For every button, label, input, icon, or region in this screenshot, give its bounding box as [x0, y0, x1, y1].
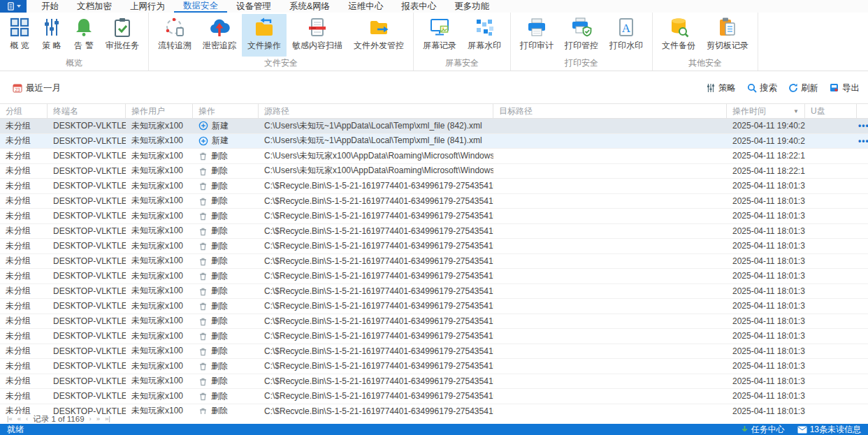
ribbon-button-alert-bell[interactable]: 告 警 [68, 14, 100, 57]
ribbon-group-label: 屏幕安全 [416, 57, 508, 71]
ribbon-button-file-operations[interactable]: 文件操作 [242, 14, 287, 57]
ribbon-button-file-outgoing[interactable]: 文件外发管控 [348, 14, 410, 57]
ribbon-button-file-backup[interactable]: 文件备份 [656, 14, 701, 57]
tab-8[interactable]: 报表中心 [392, 0, 445, 13]
toolbar-action-search[interactable]: 搜索 [747, 82, 777, 94]
ribbon-button-screen-watermark[interactable]: 屏幕水印 [462, 14, 507, 57]
table-row[interactable]: 未分组DESKTOP-VLKTLE1未知玩家x100新建C:\Users\未知玩… [0, 119, 868, 134]
column-header-6[interactable]: 目标路径 [493, 104, 727, 118]
ribbon-button-approval-tasks[interactable]: 审批任务 [100, 14, 145, 57]
ribbon-button-label: 文件操作 [247, 40, 281, 52]
column-header-label: 操作时间 [732, 105, 766, 117]
pager-next-control-3[interactable]: »| [105, 415, 110, 422]
toolbar-action-sliders-sm[interactable]: 策略 [706, 82, 736, 94]
tab-6[interactable]: 系统&网络 [280, 0, 339, 13]
column-header-5[interactable]: 源路径 [259, 104, 493, 118]
ribbon-button-clipboard-record[interactable]: 剪切板记录 [701, 14, 754, 57]
ribbon-button-print-control[interactable]: 打印管控 [559, 14, 604, 57]
cell-source-path: C:\$Recycle.Bin\S-1-5-21-1619774401-6349… [259, 271, 493, 281]
cell-operation: 删除 [193, 360, 259, 372]
cell-operator-user: 未知玩家x100 [126, 210, 193, 222]
table-row[interactable]: 未分组DESKTOP-VLKTLE1未知玩家x100删除C:\$Recycle.… [0, 404, 868, 415]
tab-3[interactable]: 上网行为 [121, 0, 174, 13]
task-center-button[interactable]: 任务中心 [741, 424, 785, 435]
tab-2[interactable]: 文档加密 [68, 0, 121, 13]
tab-5[interactable]: 设备管理 [227, 0, 280, 13]
table-row[interactable]: 未分组DESKTOP-VLKTLE1未知玩家x100删除C:\$Recycle.… [0, 299, 868, 314]
table-row[interactable]: 未分组DESKTOP-VLKTLE1未知玩家x100删除C:\Users\未知玩… [0, 164, 868, 179]
column-header-2[interactable]: 终端名 [48, 104, 126, 118]
table-row[interactable]: 未分组DESKTOP-VLKTLE1未知玩家x100删除C:\$Recycle.… [0, 314, 868, 330]
table-row[interactable]: 未分组DESKTOP-VLKTLE1未知玩家x100删除C:\$Recycle.… [0, 269, 868, 284]
table-row[interactable]: 未分组DESKTOP-VLKTLE1未知玩家x100删除C:\$Recycle.… [0, 239, 868, 254]
ribbon-button-flow-trace[interactable]: 流转追溯 [152, 14, 197, 57]
table-row[interactable]: 未分组DESKTOP-VLKTLE1未知玩家x100删除C:\$Recycle.… [0, 179, 868, 194]
row-menu-button[interactable]: ••• [858, 121, 868, 131]
toolbar-action-export[interactable]: 导出 [830, 82, 860, 94]
column-header-4[interactable]: 操作 [193, 104, 259, 118]
date-range-filter[interactable]: 23 最近一月 [13, 82, 61, 94]
unread-messages-button[interactable]: 13条未读信息 [797, 424, 861, 435]
pager-next-control-2[interactable]: » [96, 415, 100, 422]
cell-operator-user: 未知玩家x100 [126, 330, 193, 342]
tab-7[interactable]: 运维中心 [339, 0, 392, 13]
table-row[interactable]: 未分组DESKTOP-VLKTLE1未知玩家x100删除C:\$Recycle.… [0, 254, 868, 270]
table-row[interactable]: 未分组DESKTOP-VLKTLE1未知玩家x100新建C:\Users\未知玩… [0, 134, 868, 149]
app-menu-button[interactable] [0, 0, 27, 13]
pager-prev-control-1[interactable]: |« [7, 415, 13, 422]
ribbon-button-policy-sliders[interactable]: 策 略 [36, 14, 68, 57]
column-header-1[interactable]: 分组 [0, 104, 48, 118]
cell-source-path: C:\$Recycle.Bin\S-1-5-21-1619774401-6349… [259, 391, 493, 401]
ribbon-button-print-watermark[interactable]: A打印水印 [604, 14, 649, 57]
table-row[interactable]: 未分组DESKTOP-VLKTLE1未知玩家x100删除C:\$Recycle.… [0, 359, 868, 374]
table-row[interactable]: 未分组DESKTOP-VLKTLE1未知玩家x100删除C:\$Recycle.… [0, 209, 868, 224]
table-row[interactable]: 未分组DESKTOP-VLKTLE1未知玩家x100删除C:\$Recycle.… [0, 194, 868, 209]
cell-terminal-name: DESKTOP-VLKTLE1 [48, 301, 126, 311]
toolbar-action-refresh[interactable]: 刷新 [788, 82, 818, 94]
trash-icon [198, 406, 208, 414]
toolbar-action-label: 刷新 [801, 82, 818, 94]
cell-operator-user: 未知玩家x100 [126, 150, 193, 162]
table-row[interactable]: 未分组DESKTOP-VLKTLE1未知玩家x100删除C:\$Recycle.… [0, 224, 868, 239]
cell-operation-time: 2025-04-11 18:01:38 [727, 256, 805, 266]
table-row[interactable]: 未分组DESKTOP-VLKTLE1未知玩家x100删除C:\Users\未知玩… [0, 149, 868, 164]
cell-terminal-name: DESKTOP-VLKTLE1 [48, 181, 126, 191]
column-header-8[interactable]: U盘 [805, 104, 857, 118]
pager-prev-control-2[interactable]: « [17, 415, 21, 422]
row-menu-button[interactable]: ••• [858, 136, 868, 146]
tab-1[interactable]: 开始 [32, 0, 68, 13]
cell-operation-time: 2025-04-11 18:01:38 [727, 226, 805, 236]
cell-operation-time: 2025-04-11 18:22:13 [727, 151, 805, 161]
pager-prev-control-3[interactable]: ‹ [26, 415, 28, 422]
tab-4[interactable]: 数据安全 [174, 0, 227, 13]
operation-label: 删除 [211, 165, 228, 177]
cell-source-path: C:\$Recycle.Bin\S-1-5-21-1619774401-6349… [259, 301, 493, 311]
ribbon: 概 览策 略告 警审批任务概览流转追溯泄密追踪文件操作敏感内容扫描文件外发管控文… [0, 13, 868, 71]
ribbon-button-screen-record[interactable]: 屏幕记录 [417, 14, 462, 57]
cell-operator-user: 未知玩家x100 [126, 135, 193, 147]
table-row[interactable]: 未分组DESKTOP-VLKTLE1未知玩家x100删除C:\$Recycle.… [0, 329, 868, 344]
column-header-7[interactable]: 操作时间▼ [727, 104, 805, 118]
filter-caret-icon[interactable]: ▼ [793, 108, 799, 115]
column-header-3[interactable]: 操作用户 [126, 104, 193, 118]
ribbon-button-label: 剪切板记录 [707, 40, 748, 52]
ribbon-button-overview-grid[interactable]: 概 览 [3, 14, 36, 57]
table-row[interactable]: 未分组DESKTOP-VLKTLE1未知玩家x100删除C:\$Recycle.… [0, 374, 868, 390]
ribbon-button-content-scan[interactable]: 敏感内容扫描 [287, 14, 348, 57]
cell-source-path: C:\$Recycle.Bin\S-1-5-21-1619774401-6349… [259, 406, 493, 414]
cell-operation-time: 2025-04-11 18:01:38 [727, 181, 805, 191]
ribbon-button-print-audit[interactable]: 打印审计 [514, 14, 559, 57]
table-row[interactable]: 未分组DESKTOP-VLKTLE1未知玩家x100删除C:\$Recycle.… [0, 344, 868, 360]
table-row[interactable]: 未分组DESKTOP-VLKTLE1未知玩家x100删除C:\$Recycle.… [0, 284, 868, 300]
table-row[interactable]: 未分组DESKTOP-VLKTLE1未知玩家x100删除C:\$Recycle.… [0, 389, 868, 404]
cell-operation: 删除 [193, 210, 259, 222]
cell-operator-user: 未知玩家x100 [126, 120, 193, 132]
ribbon-button-leak-trace[interactable]: 泄密追踪 [197, 14, 242, 57]
cell-row-actions: ••• [857, 121, 868, 131]
cell-group: 未分组 [0, 180, 48, 192]
column-header-label: 分组 [6, 105, 22, 117]
pager-next-control-1[interactable]: › [89, 415, 92, 422]
tab-9[interactable]: 更多功能 [445, 0, 498, 13]
ribbon-button-label: 概 览 [10, 40, 29, 52]
cell-source-path: C:\$Recycle.Bin\S-1-5-21-1619774401-6349… [259, 181, 493, 191]
